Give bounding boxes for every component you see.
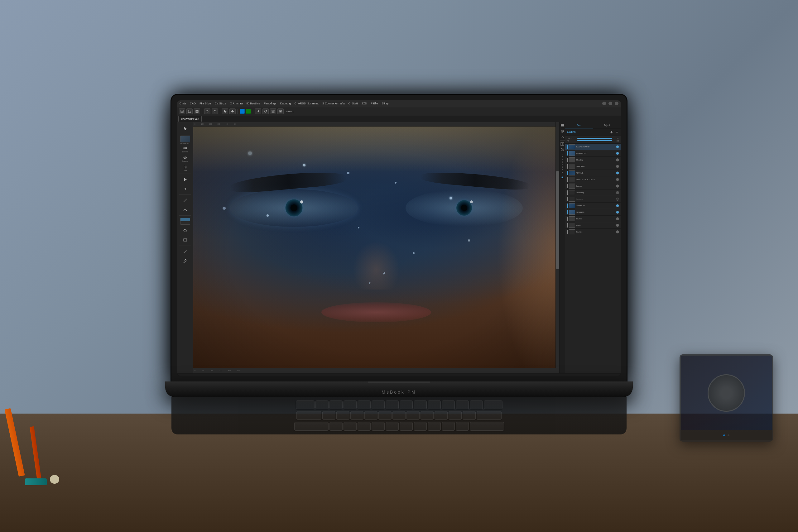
layer-row-11[interactable]: Brunao xyxy=(565,216,621,222)
layer-vis-8[interactable] xyxy=(616,197,619,201)
toolbar-cursor[interactable] xyxy=(222,109,228,114)
laptop-hinge xyxy=(368,381,430,383)
tool-gradient[interactable]: Grmnmt xyxy=(179,145,191,154)
layer-row-9[interactable]: CRANIRO xyxy=(565,203,621,209)
layer-row-2[interactable]: Shading xyxy=(565,157,621,163)
menu-filestlze[interactable]: File Stlze xyxy=(200,102,211,105)
menu-carss[interactable]: C_ARSS_S.mmma xyxy=(294,102,319,105)
layer-thumb-8 xyxy=(569,197,575,202)
layers-delete-btn[interactable] xyxy=(615,130,619,134)
layer-row-1[interactable]: RENAMOND xyxy=(565,150,621,157)
svg-point-19 xyxy=(280,111,281,112)
layer-vis-0[interactable] xyxy=(616,145,619,148)
right-icon-layers[interactable] xyxy=(560,124,565,128)
menu-oarmmra[interactable]: O Armmra xyxy=(230,102,243,105)
toolbar-color-blue[interactable] xyxy=(240,109,245,114)
tool-play[interactable] xyxy=(179,175,191,184)
tool-paint-bucket[interactable] xyxy=(179,256,191,265)
menu-fauddngs[interactable]: Fauddngs xyxy=(264,102,277,105)
layers-add-btn[interactable] xyxy=(609,130,614,134)
layer-row-4[interactable]: MAKING xyxy=(565,170,621,176)
right-tab-adjust[interactable]: Adjust xyxy=(593,122,621,128)
right-icon-nav-up[interactable] xyxy=(560,175,565,179)
scrollbar-thumb[interactable] xyxy=(556,171,559,269)
layer-thumb-0 xyxy=(569,144,575,149)
tool-thumbnail[interactable] xyxy=(179,217,191,226)
tool-bezier[interactable] xyxy=(179,205,191,214)
layer-row-13[interactable]: Brunino xyxy=(565,229,621,235)
menu-daungg[interactable]: Daung.g xyxy=(280,102,291,105)
toolbar-save[interactable] xyxy=(194,109,200,114)
layer-vis-6[interactable] xyxy=(616,185,619,188)
layer-row-12[interactable]: Eslav xyxy=(565,222,621,229)
toolbar-rotate[interactable] xyxy=(263,109,269,114)
window-maximize[interactable] xyxy=(608,101,612,105)
tool-cursor[interactable] xyxy=(179,124,191,133)
layer-row-10[interactable]: SPRINAD xyxy=(565,209,621,216)
window-close[interactable] xyxy=(615,101,619,105)
svg-marker-27 xyxy=(184,188,186,190)
layer-row-7[interactable]: Esatfaing xyxy=(565,189,621,196)
layer-vis-10[interactable] xyxy=(616,211,619,214)
menu-castlze[interactable]: Ca Stltze xyxy=(215,102,226,105)
tool-line[interactable] xyxy=(179,196,191,205)
tool-nav[interactable] xyxy=(179,185,191,193)
svg-rect-15 xyxy=(273,110,274,111)
layer-row-3[interactable]: SHADING xyxy=(565,163,621,170)
layer-vis-12[interactable] xyxy=(616,224,619,227)
tool-smudge[interactable]: Smudge xyxy=(179,154,191,163)
layer-thumb-7 xyxy=(569,190,575,195)
svg-rect-46 xyxy=(611,131,612,133)
toolbar-open[interactable] xyxy=(186,109,193,114)
toolbar-zoom[interactable] xyxy=(255,109,261,114)
opacity-track[interactable] xyxy=(577,138,612,139)
toolbar-redo[interactable] xyxy=(212,109,218,114)
menu-fblio[interactable]: F Blio xyxy=(370,102,378,105)
window-minimize[interactable] xyxy=(602,101,606,105)
tool-rect[interactable] xyxy=(179,235,191,244)
file-tab-caaw[interactable]: CAAW WRKFSET xyxy=(178,116,202,121)
right-icon-navigator[interactable] xyxy=(560,142,565,146)
toolbar-color-green[interactable] xyxy=(246,109,251,114)
toolbar-grid[interactable] xyxy=(270,109,276,114)
layer-row-0[interactable]: BACKGROUND xyxy=(565,144,621,150)
menu-idbautline[interactable]: ID Bautline xyxy=(247,102,260,105)
layer-color-bar xyxy=(567,190,568,195)
right-icon-channels[interactable] xyxy=(560,129,565,133)
layer-row-5[interactable]: PRINT-STRUCTURES xyxy=(565,176,621,183)
layer-vis-9[interactable] xyxy=(616,204,619,207)
tool-pencil[interactable] xyxy=(179,247,191,256)
layer-row-8[interactable]: Brutano xyxy=(565,196,621,203)
menu-cad[interactable]: CAD xyxy=(190,102,196,105)
key-f xyxy=(364,411,378,420)
key-slash xyxy=(456,422,469,431)
toolbar-move[interactable] xyxy=(229,109,236,114)
layer-vis-3[interactable] xyxy=(616,165,619,168)
fill-track[interactable] xyxy=(577,140,612,141)
menu-zzd[interactable]: ZZD xyxy=(362,102,367,105)
layer-vis-11[interactable] xyxy=(616,217,619,220)
layer-vis-1[interactable] xyxy=(616,152,619,155)
menu-sconn[interactable]: S Connecformafia xyxy=(322,102,345,105)
layer-vis-2[interactable] xyxy=(616,158,619,162)
tool-brush[interactable]: BANS WSET xyxy=(179,136,191,144)
right-tab-ono[interactable]: Ono xyxy=(565,122,593,128)
layer-vis-4[interactable] xyxy=(616,171,619,174)
right-icon-info[interactable]: i xyxy=(560,147,565,152)
layer-row-6[interactable]: Brunao xyxy=(565,183,621,189)
layer-vis-7[interactable] xyxy=(616,191,619,194)
layer-color-bar xyxy=(567,216,568,221)
toolbar-new[interactable] xyxy=(179,109,185,114)
tool-dodge[interactable]: Dodge xyxy=(179,164,191,172)
right-icon-paths[interactable] xyxy=(560,135,565,139)
canvas-scrollbar-vertical[interactable] xyxy=(555,122,559,368)
tool-ellipse[interactable] xyxy=(179,226,191,235)
toolbar-snap[interactable] xyxy=(278,109,284,114)
layer-vis-5[interactable] xyxy=(616,178,619,181)
menu-cstatt[interactable]: C_Statt xyxy=(348,102,358,105)
layer-vis-13[interactable] xyxy=(616,230,619,233)
toolbar-undo[interactable] xyxy=(204,109,210,114)
canvas-area[interactable]: 0 100 200 300 400 500 xyxy=(193,122,559,373)
menu-cmts[interactable]: Cmts xyxy=(179,102,186,105)
menu-blirzy[interactable]: Blirzy xyxy=(382,102,388,105)
